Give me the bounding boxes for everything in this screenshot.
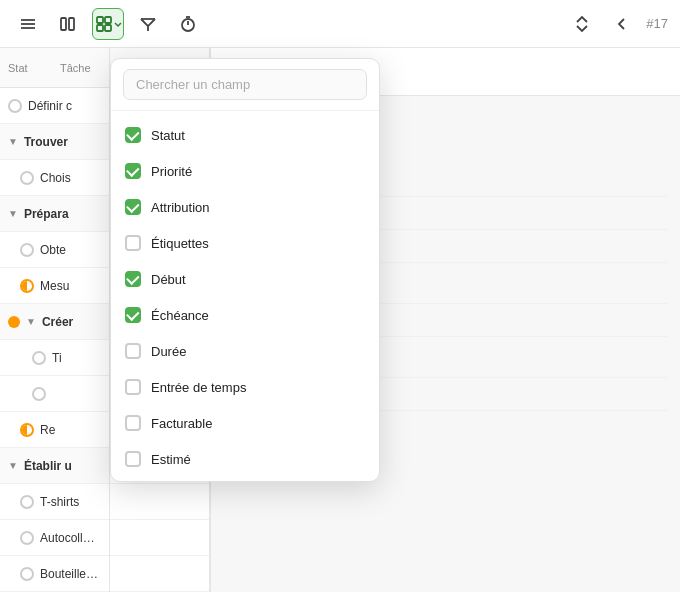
status-icon — [20, 567, 34, 581]
status-icon — [8, 99, 22, 113]
toolbar-left — [12, 8, 204, 40]
dropdown-item-debut[interactable]: Début — [111, 261, 379, 297]
timer-icon-toolbar[interactable] — [172, 8, 204, 40]
status-icon — [20, 171, 34, 185]
issue-id: #17 — [646, 16, 668, 31]
task-row[interactable]: Définir c — [0, 88, 109, 124]
svg-rect-7 — [97, 25, 103, 31]
checkbox-entree-temps[interactable] — [125, 379, 141, 395]
checkbox-estime[interactable] — [125, 451, 141, 467]
dropdown-search-area — [111, 59, 379, 111]
dropdown-item-echeance[interactable]: Échéance — [111, 297, 379, 333]
task-name: Ti — [52, 351, 62, 365]
columns-icon[interactable] — [52, 8, 84, 40]
dropdown-item-facturable[interactable]: Facturable — [111, 405, 379, 441]
svg-rect-5 — [97, 17, 103, 23]
task-col-header: Tâche — [60, 62, 91, 74]
status-icon — [20, 243, 34, 257]
task-row-group[interactable]: ▼ Trouver — [0, 124, 109, 160]
task-row-group[interactable]: ▼ Créer — [0, 304, 109, 340]
toolbar-right: #17 — [566, 8, 668, 40]
task-row[interactable]: T-shirts — [0, 484, 109, 520]
svg-rect-4 — [69, 18, 74, 30]
task-name: Autocollants — [40, 531, 101, 545]
task-name: T-shirts — [40, 495, 79, 509]
task-name: Définir c — [28, 99, 72, 113]
toolbar: #17 — [0, 0, 680, 48]
task-name: Mesu — [40, 279, 69, 293]
grid-icon[interactable] — [92, 8, 124, 40]
status-icon — [20, 423, 34, 437]
dropdown-label-echeance: Échéance — [151, 308, 209, 323]
dropdown-label-entree-temps: Entrée de temps — [151, 380, 246, 395]
dropdown-label-duree: Durée — [151, 344, 186, 359]
task-name: Trouver — [24, 135, 68, 149]
menu-icon[interactable] — [12, 8, 44, 40]
status-icon — [32, 387, 46, 401]
task-name: Bouteilles d'eau — [40, 567, 101, 581]
checkbox-attribution[interactable] — [125, 199, 141, 215]
dropdown-list: Statut Priorité Attribution Étiquettes D… — [111, 111, 379, 481]
dropdown-item-estime[interactable]: Estimé — [111, 441, 379, 477]
dropdown-item-entree-temps[interactable]: Entrée de temps — [111, 369, 379, 405]
main-layout: Stat Tâche Définir c ▼ Trouver Chois ▼ P… — [0, 48, 680, 592]
task-name: Re — [40, 423, 55, 437]
dropdown-label-priorite: Priorité — [151, 164, 192, 179]
checkbox-facturable[interactable] — [125, 415, 141, 431]
checkbox-etiquettes[interactable] — [125, 235, 141, 251]
dropdown-label-estime: Estimé — [151, 452, 191, 467]
svg-rect-8 — [105, 25, 111, 31]
task-row[interactable]: Obte — [0, 232, 109, 268]
date-cell — [110, 484, 209, 520]
date-cell — [110, 520, 209, 556]
checkbox-duree[interactable] — [125, 343, 141, 359]
svg-rect-3 — [61, 18, 66, 30]
status-icon — [20, 495, 34, 509]
checkbox-statut[interactable] — [125, 127, 141, 143]
stat-col-header: Stat — [8, 62, 36, 74]
dropdown-label-debut: Début — [151, 272, 186, 287]
task-row[interactable]: Autocollants — [0, 520, 109, 556]
search-field-input[interactable] — [123, 69, 367, 100]
task-name: Établir u — [24, 459, 72, 473]
checkbox-debut[interactable] — [125, 271, 141, 287]
dropdown-label-attribution: Attribution — [151, 200, 210, 215]
task-panel: Stat Tâche Définir c ▼ Trouver Chois ▼ P… — [0, 48, 110, 592]
dropdown-item-etiquettes[interactable]: Étiquettes — [111, 225, 379, 261]
status-icon — [20, 531, 34, 545]
task-name: Obte — [40, 243, 66, 257]
task-rows: Définir c ▼ Trouver Chois ▼ Prépara Obte… — [0, 88, 109, 592]
task-row-group[interactable]: ▼ Prépara — [0, 196, 109, 232]
task-row[interactable] — [0, 376, 109, 412]
checkbox-echeance[interactable] — [125, 307, 141, 323]
task-row[interactable]: Ti — [0, 340, 109, 376]
expand-icon[interactable] — [566, 8, 598, 40]
task-name: Créer — [42, 315, 73, 329]
dropdown-label-statut: Statut — [151, 128, 185, 143]
dropdown-item-duree[interactable]: Durée — [111, 333, 379, 369]
checkbox-priorite[interactable] — [125, 163, 141, 179]
status-icon — [32, 351, 46, 365]
col-header: Stat Tâche — [0, 48, 109, 88]
date-cell — [110, 556, 209, 592]
dropdown-label-facturable: Facturable — [151, 416, 212, 431]
task-name: Prépara — [24, 207, 69, 221]
task-name: Chois — [40, 171, 71, 185]
filter-icon[interactable] — [132, 8, 164, 40]
task-row[interactable]: Mesu — [0, 268, 109, 304]
dropdown-item-priorite[interactable]: Priorité — [111, 153, 379, 189]
task-row[interactable]: Re — [0, 412, 109, 448]
task-row-group[interactable]: ▼ Établir u — [0, 448, 109, 484]
column-picker-dropdown: Statut Priorité Attribution Étiquettes D… — [110, 58, 380, 482]
status-icon — [20, 279, 34, 293]
dropdown-label-etiquettes: Étiquettes — [151, 236, 209, 251]
task-row[interactable]: Chois — [0, 160, 109, 196]
status-icon — [8, 316, 20, 328]
svg-rect-6 — [105, 17, 111, 23]
dropdown-item-statut[interactable]: Statut — [111, 117, 379, 153]
dropdown-item-attribution[interactable]: Attribution — [111, 189, 379, 225]
task-row[interactable]: Bouteilles d'eau — [0, 556, 109, 592]
back-icon[interactable] — [606, 8, 638, 40]
